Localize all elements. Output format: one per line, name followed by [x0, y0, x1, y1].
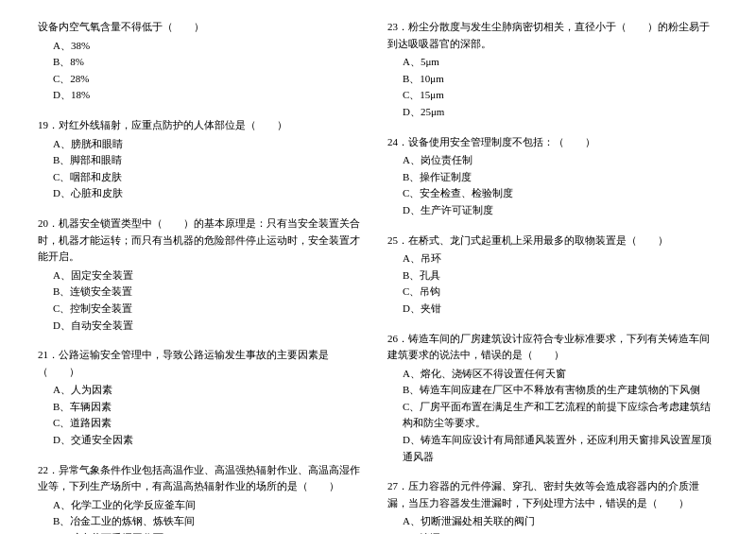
q24-option-d: D、生产许可证制度 — [387, 202, 718, 219]
question-18: 设备内空气氧含量不得低于（ ） A、38% B、8% C、28% D、18% — [38, 19, 369, 104]
q23-option-c: C、15μm — [387, 87, 718, 104]
question-20-text: 20．机器安全锁置类型中（ ）的基本原理是：只有当安全装置关合时，机器才能运转；… — [38, 215, 369, 266]
q26-option-d: D、铸造车间应设计有局部通风装置外，还应利用天窗排风设置屋顶通风器 — [387, 432, 718, 465]
question-24-text: 24．设备使用安全管理制度不包括：（ ） — [387, 134, 718, 151]
q23-option-d: D、25μm — [387, 104, 718, 121]
q18-option-b: B、8% — [38, 54, 369, 71]
q21-option-d: D、交通安全因素 — [38, 432, 369, 449]
q27-option-b: B、堵漏 — [387, 530, 718, 534]
question-19-text: 19．对红外线辐射，应重点防护的人体部位是（ ） — [38, 117, 369, 134]
left-column: 设备内空气氧含量不得低于（ ） A、38% B、8% C、28% D、18% 1… — [38, 19, 369, 534]
question-19: 19．对红外线辐射，应重点防护的人体部位是（ ） A、膀胱和眼睛 B、脚部和眼睛… — [38, 117, 369, 202]
q21-option-b: B、车辆因素 — [38, 399, 369, 416]
right-column: 23．粉尘分散度与发生尘肺病密切相关，直径小于（ ）的粉尘易于到达吸吸器官的深部… — [387, 19, 718, 534]
q23-option-b: B、10μm — [387, 71, 718, 88]
question-27-text: 27．压力容器的元件停漏、穿孔、密封失效等会造成容器内的介质泄漏，当压力容器发生… — [387, 478, 718, 511]
q25-option-c: C、吊钩 — [387, 284, 718, 301]
q20-option-d: D、自动安全装置 — [38, 318, 369, 335]
q26-option-c: C、厂房平面布置在满足生产和工艺流程的前提下应综合考虑建筑结构和防尘等要求。 — [387, 399, 718, 432]
q22-option-a: A、化学工业的化学反应釜车间 — [38, 497, 369, 514]
page-content: 设备内空气氧含量不得低于（ ） A、38% B、8% C、28% D、18% 1… — [38, 19, 718, 534]
question-26: 26．铸造车间的厂房建筑设计应符合专业标准要求，下列有关铸造车间建筑要求的说法中… — [387, 331, 718, 466]
question-26-text: 26．铸造车间的厂房建筑设计应符合专业标准要求，下列有关铸造车间建筑要求的说法中… — [387, 331, 718, 364]
q19-option-d: D、心脏和皮肤 — [38, 185, 369, 202]
q24-option-a: A、岗位责任制 — [387, 152, 718, 169]
question-23-text: 23．粉尘分散度与发生尘肺病密切相关，直径小于（ ）的粉尘易于到达吸吸器官的深部… — [387, 19, 718, 52]
question-25-text: 25．在桥式、龙门式起重机上采用最多的取物装置是（ ） — [387, 233, 718, 250]
q25-option-a: A、吊环 — [387, 250, 718, 267]
question-23: 23．粉尘分散度与发生尘肺病密切相关，直径小于（ ）的粉尘易于到达吸吸器官的深部… — [387, 19, 718, 121]
q21-option-a: A、人为因素 — [38, 382, 369, 399]
q25-option-b: B、孔具 — [387, 267, 718, 284]
q26-option-a: A、熔化、浇铸区不得设置任何天窗 — [387, 366, 718, 383]
q20-option-c: C、控制安全装置 — [38, 301, 369, 318]
q19-option-a: A、膀胱和眼睛 — [38, 136, 369, 153]
question-18-text: 设备内空气氧含量不得低于（ ） — [38, 19, 369, 36]
q19-option-b: B、脚部和眼睛 — [38, 152, 369, 169]
q20-option-a: A、固定安全装置 — [38, 267, 369, 284]
q24-option-c: C、安全检查、检验制度 — [387, 185, 718, 202]
q19-option-c: C、咽部和皮肤 — [38, 169, 369, 186]
q18-option-c: C、28% — [38, 71, 369, 88]
question-27: 27．压力容器的元件停漏、穿孔、密封失效等会造成容器内的介质泄漏，当压力容器发生… — [387, 478, 718, 534]
q22-option-c: C、矿山井下采掘工作面 — [38, 530, 369, 534]
q26-option-b: B、铸造车间应建在厂区中不释放有害物质的生产建筑物的下风侧 — [387, 382, 718, 399]
q18-option-d: D、18% — [38, 87, 369, 104]
q20-option-b: B、连锁安全装置 — [38, 284, 369, 301]
question-21: 21．公路运输安全管理中，导致公路运输发生事故的主要因素是（ ） A、人为因素 … — [38, 347, 369, 449]
q25-option-d: D、夹钳 — [387, 301, 718, 318]
q23-option-a: A、5μm — [387, 54, 718, 71]
question-25: 25．在桥式、龙门式起重机上采用最多的取物装置是（ ） A、吊环 B、孔具 C、… — [387, 233, 718, 318]
question-22: 22．异常气象条件作业包括高温作业、高温强热辐射作业、高温高湿作业等，下列生产场… — [38, 462, 369, 534]
q21-option-c: C、道路因素 — [38, 415, 369, 432]
question-24: 24．设备使用安全管理制度不包括：（ ） A、岗位责任制 B、操作证制度 C、安… — [387, 134, 718, 219]
q22-option-b: B、冶金工业的炼钢、炼铁车间 — [38, 513, 369, 530]
question-22-text: 22．异常气象条件作业包括高温作业、高温强热辐射作业、高温高湿作业等，下列生产场… — [38, 462, 369, 495]
q24-option-b: B、操作证制度 — [387, 169, 718, 186]
q27-option-a: A、切断泄漏处相关联的阀门 — [387, 513, 718, 530]
question-21-text: 21．公路运输安全管理中，导致公路运输发生事故的主要因素是（ ） — [38, 347, 369, 380]
question-20: 20．机器安全锁置类型中（ ）的基本原理是：只有当安全装置关合时，机器才能运转；… — [38, 215, 369, 334]
q18-option-a: A、38% — [38, 38, 369, 55]
